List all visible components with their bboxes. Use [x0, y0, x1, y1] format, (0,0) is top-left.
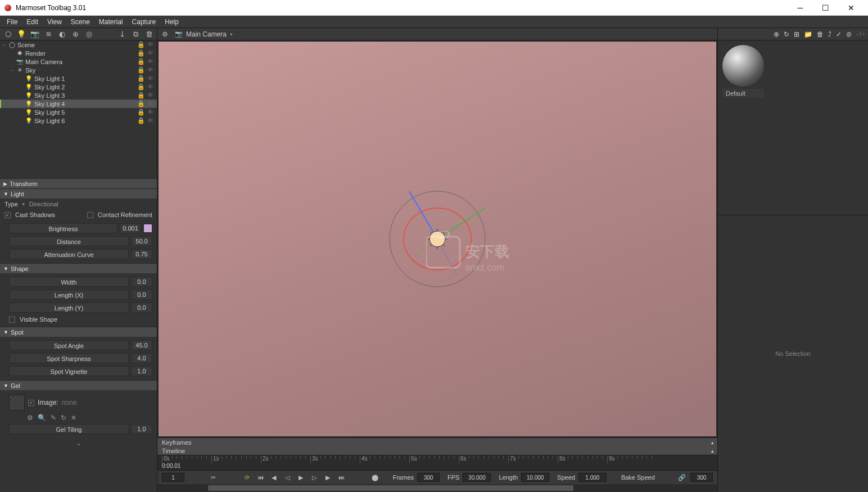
- spot-sharpness-slider[interactable]: [4, 353, 7, 363]
- material-name[interactable]: Default: [722, 89, 764, 98]
- lock-icon[interactable]: 🔒: [137, 92, 145, 99]
- timeline-scroll-thumb[interactable]: [208, 485, 573, 491]
- tree-item-sky-light-1[interactable]: 💡Sky Light 1🔒👁: [0, 74, 157, 83]
- folder-icon[interactable]: 📁: [804, 30, 812, 38]
- close-button[interactable]: ✕: [838, 0, 864, 16]
- type-value[interactable]: Directional: [29, 201, 58, 207]
- attenuation-label[interactable]: Attenuation Curve: [9, 249, 129, 259]
- transform-header[interactable]: ▶ Transform: [0, 178, 157, 188]
- menu-scene[interactable]: Scene: [66, 17, 94, 27]
- skip-start-icon[interactable]: ⏮: [255, 472, 265, 482]
- tree-item-render[interactable]: ✺Render🔒👁: [0, 49, 157, 57]
- delete-material-icon[interactable]: 🗑: [817, 30, 824, 38]
- gel-header[interactable]: ▼ Gel: [0, 380, 157, 390]
- duplicate-icon[interactable]: ⧉: [131, 30, 140, 39]
- length-input[interactable]: [521, 473, 549, 482]
- speed-input[interactable]: [578, 473, 607, 482]
- width-value[interactable]: 0.0: [131, 277, 152, 287]
- brightness-slider[interactable]: [4, 223, 7, 233]
- add-turntable-icon[interactable]: ⊕: [71, 30, 80, 39]
- spot-angle-value[interactable]: 45.0: [131, 340, 152, 350]
- timeline-collapse-icon[interactable]: ▴: [711, 448, 714, 454]
- grid-icon[interactable]: ⊞: [794, 30, 799, 38]
- attenuation-value[interactable]: 0.75: [131, 249, 152, 259]
- visibility-icon[interactable]: 👁: [147, 66, 153, 74]
- visibility-icon[interactable]: 👁: [147, 41, 153, 48]
- add-material-icon[interactable]: ⊕: [774, 30, 779, 38]
- add-group-icon[interactable]: ◎: [84, 30, 93, 39]
- gel-tiling-value[interactable]: 1.0: [131, 424, 152, 434]
- viewport-settings-icon[interactable]: ⚙: [162, 30, 168, 38]
- gel-collapse-icon[interactable]: ⌄: [4, 436, 152, 450]
- add-shadow-icon[interactable]: ◐: [57, 30, 66, 39]
- visibility-icon[interactable]: 👁: [147, 58, 153, 65]
- gel-tiling-label[interactable]: Gel Tiling: [9, 424, 129, 434]
- tree-item-main-camera[interactable]: 📷Main Camera🔒👁: [0, 57, 157, 66]
- loop-icon[interactable]: ⟳: [242, 472, 252, 482]
- spot-angle-label[interactable]: Spot Angle: [9, 340, 129, 350]
- menu-edit[interactable]: Edit: [22, 17, 43, 27]
- refresh-material-icon[interactable]: ↻: [784, 30, 789, 38]
- visibility-icon[interactable]: 👁: [147, 109, 153, 116]
- lock-icon[interactable]: 🔒: [137, 117, 145, 124]
- lock-icon[interactable]: 🔒: [137, 109, 145, 116]
- gel-image-checkbox[interactable]: [28, 400, 34, 406]
- gel-edit-icon[interactable]: ✎: [51, 414, 56, 422]
- gel-gear-icon[interactable]: ⚙: [27, 414, 33, 422]
- minimize-button[interactable]: ─: [788, 0, 813, 16]
- timeline-header[interactable]: Timeline ▴: [157, 446, 717, 455]
- fps-input[interactable]: [463, 473, 491, 482]
- delete-icon[interactable]: 🗑: [144, 30, 153, 39]
- play-icon[interactable]: ▶: [296, 472, 306, 482]
- link-icon[interactable]: 🔗: [677, 472, 687, 482]
- menu-view[interactable]: View: [43, 17, 66, 27]
- type-dropdown-arrow-icon[interactable]: ▼: [21, 202, 26, 207]
- frames-input[interactable]: [417, 473, 440, 482]
- gel-clear-icon[interactable]: ✕: [71, 414, 76, 422]
- gel-tiling-slider[interactable]: [4, 424, 7, 434]
- length-y-label[interactable]: Length (Y): [9, 303, 129, 313]
- current-frame-input[interactable]: [162, 473, 184, 482]
- lock-icon[interactable]: 🔒: [137, 100, 145, 107]
- lock-icon[interactable]: 🔒: [137, 75, 145, 82]
- add-object-icon[interactable]: ⬡: [3, 30, 12, 39]
- shape-header[interactable]: ▼ Shape: [0, 263, 157, 273]
- length-x-label[interactable]: Length (X): [9, 290, 129, 300]
- width-slider[interactable]: [4, 277, 7, 287]
- visibility-icon[interactable]: 👁: [147, 92, 153, 99]
- add-camera-icon[interactable]: 📷: [30, 30, 39, 39]
- cut-icon[interactable]: ✂: [208, 472, 218, 482]
- import-material-icon[interactable]: ⤴: [828, 30, 831, 38]
- spot-sharpness-label[interactable]: Spot Sharpness: [9, 353, 129, 363]
- gel-image-swatch[interactable]: [9, 395, 25, 410]
- visibility-icon[interactable]: 👁: [147, 75, 153, 82]
- scene-tree[interactable]: −◯Scene🔒👁✺Render🔒👁📷Main Camera🔒👁−☀Sky🔒👁💡…: [0, 40, 157, 178]
- spot-sharpness-value[interactable]: 4.0: [131, 353, 152, 363]
- distance-value[interactable]: 50.0: [131, 236, 152, 246]
- gel-search-icon[interactable]: 🔍: [38, 414, 46, 422]
- lock-icon[interactable]: 🔒: [137, 41, 145, 48]
- viewport-dropdown-icon[interactable]: ▾: [230, 31, 233, 37]
- spot-header[interactable]: ▼ Spot: [0, 327, 157, 337]
- light-header[interactable]: ▼ Light: [0, 188, 157, 198]
- viewport-3d[interactable]: 安下载 anxz.com: [159, 42, 716, 436]
- distance-slider[interactable]: [4, 236, 7, 246]
- length-x-slider[interactable]: [4, 290, 7, 300]
- menu-material[interactable]: Material: [94, 17, 128, 27]
- maximize-button[interactable]: ☐: [813, 0, 838, 16]
- next-frame-icon[interactable]: ▶: [323, 472, 333, 482]
- record-icon[interactable]: ⬤: [370, 472, 380, 482]
- bake-speed-label[interactable]: Bake Speed: [621, 474, 655, 481]
- skip-end-icon[interactable]: ⏭: [336, 472, 346, 482]
- contact-refinement-checkbox[interactable]: [87, 212, 93, 218]
- tree-item-sky-light-6[interactable]: 💡Sky Light 6🔒👁: [0, 116, 157, 125]
- keyframes-collapse-icon[interactable]: ▴: [711, 440, 714, 445]
- menu-help[interactable]: Help: [160, 17, 183, 27]
- viewport-camera-label[interactable]: Main Camera: [186, 30, 227, 38]
- brightness-label[interactable]: Brightness: [9, 223, 117, 233]
- visible-shape-checkbox[interactable]: [9, 317, 15, 323]
- visibility-icon[interactable]: 👁: [147, 49, 153, 57]
- cancel-icon[interactable]: ⊘: [846, 30, 852, 38]
- brightness-value[interactable]: 0.001: [120, 223, 141, 233]
- lock-icon[interactable]: 🔒: [137, 66, 145, 74]
